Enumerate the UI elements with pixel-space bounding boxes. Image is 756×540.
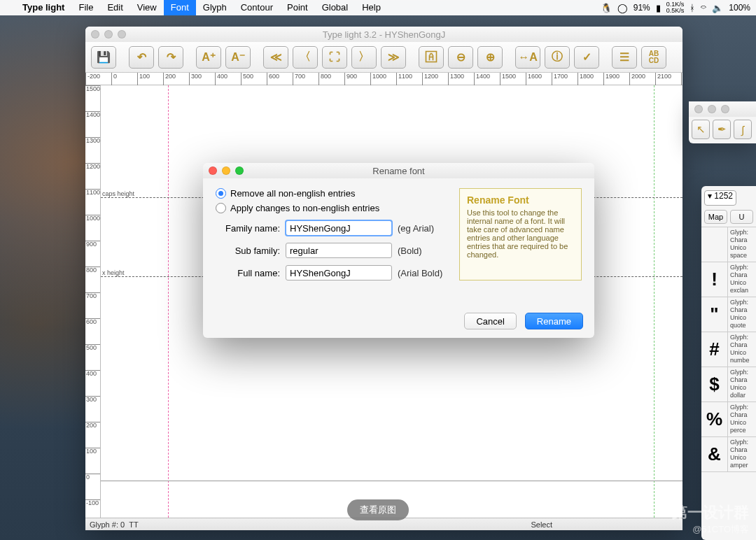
- metrics-button[interactable]: 🄰: [419, 46, 444, 69]
- last-button[interactable]: ≫: [381, 46, 406, 69]
- glyph-row[interactable]: !Glyph:CharaUnicoexclan: [701, 262, 756, 297]
- battery-text: 91%: [634, 3, 650, 13]
- menu-global[interactable]: Global: [315, 0, 356, 15]
- baseline-guide[interactable]: [101, 481, 682, 481]
- glyph-char: [701, 227, 728, 262]
- radio-icon[interactable]: [216, 188, 226, 199]
- sub-hint: (Bold): [398, 246, 422, 256]
- glyph-info: Glyph:CharaUnicospace: [728, 227, 756, 262]
- abcd-button[interactable]: ABCD: [641, 46, 666, 69]
- sub-family-input[interactable]: [286, 243, 392, 258]
- radio-icon[interactable]: [216, 203, 226, 213]
- family-name-input[interactable]: [286, 220, 392, 236]
- full-hint: (Arial Bold): [398, 268, 442, 278]
- dialog-titlebar[interactable]: Rename font: [203, 163, 594, 178]
- menu-contour[interactable]: Contour: [234, 0, 280, 15]
- glyph-palette[interactable]: ▾ 1252 Map U Glyph:CharaUnicospace!Glyph…: [701, 186, 756, 540]
- glyph-row[interactable]: #Glyph:CharaUniconumbe: [701, 332, 756, 367]
- menu-edit[interactable]: Edit: [100, 0, 130, 15]
- family-label: Family name:: [216, 223, 280, 234]
- main-toolbar: 💾 ↶ ↷ A⁺ A⁻ ≪ 〈 ⛶ 〉 ≫ 🄰 ⊖ ⊕ ↔A ⓘ ✓ ☰ ABC…: [85, 42, 682, 73]
- menu-app[interactable]: Type light: [15, 0, 71, 15]
- glyph-list[interactable]: Glyph:CharaUnicospace!Glyph:CharaUnicoex…: [701, 227, 756, 472]
- caps-label: caps height: [102, 190, 134, 197]
- next-button[interactable]: 〉: [351, 46, 377, 69]
- glyph-row[interactable]: Glyph:CharaUnicospace: [701, 227, 756, 262]
- redo-button[interactable]: ↷: [158, 46, 183, 69]
- radio-apply-nonenglish[interactable]: Apply changes to non-english entries: [216, 203, 447, 213]
- list-button[interactable]: ☰: [612, 46, 637, 69]
- find-button[interactable]: ⛶: [322, 46, 347, 69]
- rename-font-dialog: Rename font Remove all non-english entri…: [203, 163, 594, 338]
- glyph-info: Glyph:CharaUnicoperce: [728, 402, 756, 436]
- glyph-row[interactable]: &Glyph:CharaUnicoamper: [701, 437, 756, 472]
- window-title: Type light 3.2 - HYShenGongJ: [85, 29, 682, 40]
- glyph-info: Glyph:CharaUnicoamper: [728, 437, 756, 471]
- glyph-info: Glyph:CharaUnicoexclan: [728, 262, 756, 297]
- vertical-ruler: 1500140013001200110010009008007006005004…: [85, 85, 101, 518]
- glyph-row[interactable]: $Glyph:CharaUnicodollar: [701, 367, 756, 402]
- glyph-char: %: [701, 402, 728, 436]
- glyph-char: ": [701, 297, 728, 332]
- network-stats: 0.1K/s0.5K/s: [666, 1, 685, 14]
- menu-help[interactable]: Help: [355, 0, 388, 15]
- pointer-tool[interactable]: ↖: [692, 120, 710, 139]
- zoom-out-button[interactable]: ⊖: [448, 46, 473, 69]
- zoom-in-button[interactable]: ⊕: [477, 46, 503, 69]
- tab-u[interactable]: U: [730, 210, 753, 224]
- loading-icon: ◯: [617, 3, 628, 13]
- remove-glyph-button[interactable]: A⁻: [225, 46, 251, 69]
- minimize-icon[interactable]: [708, 105, 716, 113]
- rsb-guide[interactable]: [654, 85, 654, 518]
- rename-button[interactable]: Rename: [525, 313, 583, 329]
- lsb-guide[interactable]: [168, 85, 169, 518]
- undo-button[interactable]: ↶: [129, 46, 154, 69]
- curve-tool[interactable]: ∫: [734, 120, 752, 139]
- glyph-row[interactable]: %Glyph:CharaUnicoperce: [701, 402, 756, 437]
- tools-palette[interactable]: ↖ ✒ ∫: [689, 101, 756, 143]
- volume-icon[interactable]: 🔈: [712, 3, 723, 13]
- info-button[interactable]: ⓘ: [545, 46, 570, 69]
- family-hint: (eg Arial): [398, 223, 434, 234]
- glyph-char: #: [701, 332, 728, 367]
- menu-glyph[interactable]: Glyph: [196, 0, 234, 15]
- radio-remove-nonenglish[interactable]: Remove all non-english entries: [216, 188, 447, 199]
- glyph-info: Glyph:CharaUnicodollar: [728, 367, 756, 402]
- window-titlebar[interactable]: Type light 3.2 - HYShenGongJ: [85, 27, 682, 42]
- wifi-icon[interactable]: ⌔: [701, 3, 706, 13]
- dialog-title: Rename font: [203, 166, 594, 176]
- save-button[interactable]: 💾: [91, 46, 116, 69]
- tab-map[interactable]: Map: [704, 210, 727, 224]
- add-glyph-button[interactable]: A⁺: [196, 46, 221, 69]
- info-panel: Rename Font Use this tool to change the …: [459, 188, 582, 280]
- bluetooth-icon[interactable]: ᚼ: [690, 3, 695, 13]
- full-name-input[interactable]: [286, 265, 392, 280]
- glyph-char: $: [701, 367, 728, 402]
- prev-button[interactable]: 〈: [293, 46, 318, 69]
- status-glyph: Glyph #: 0: [90, 520, 125, 529]
- status-select: Select: [531, 520, 552, 529]
- glyph-row[interactable]: "Glyph:CharaUnicoquote: [701, 297, 756, 332]
- menu-font[interactable]: Font: [164, 0, 196, 15]
- first-button[interactable]: ≪: [263, 46, 288, 69]
- glyph-char: !: [701, 262, 728, 297]
- close-icon[interactable]: [694, 105, 703, 113]
- check-button[interactable]: ✓: [574, 46, 599, 69]
- codepage-dropdown[interactable]: ▾ 1252: [704, 190, 736, 206]
- fullname-label: Full name:: [216, 268, 280, 278]
- menu-point[interactable]: Point: [280, 0, 315, 15]
- status-tt: TT: [129, 520, 138, 529]
- width-button[interactable]: ↔A: [515, 46, 540, 69]
- xh-label: x height: [102, 269, 125, 276]
- horizontal-ruler: -200010020030040050060070080090010001100…: [85, 73, 682, 85]
- watermark: 第一设计群 @51CTO博客: [672, 502, 749, 536]
- pen-tool[interactable]: ✒: [713, 120, 731, 139]
- cancel-button[interactable]: Cancel: [464, 313, 516, 329]
- menu-file[interactable]: File: [71, 0, 100, 15]
- view-original-button[interactable]: 查看原图: [347, 499, 409, 520]
- battery-icon[interactable]: ▮: [656, 3, 661, 13]
- menu-view[interactable]: View: [130, 0, 164, 15]
- zoom-icon[interactable]: [721, 105, 729, 113]
- qq-icon[interactable]: 🐧: [601, 3, 612, 13]
- info-body: Use this tool to change the internal nam…: [467, 208, 574, 259]
